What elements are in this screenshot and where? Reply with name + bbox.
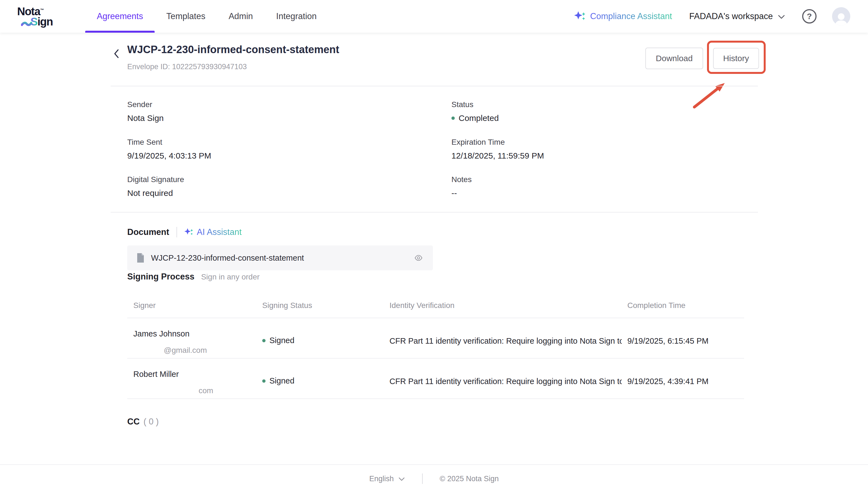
field-label: Sender [127, 100, 432, 109]
signer-email: com [198, 386, 213, 395]
status-text: Completed [459, 114, 499, 123]
sparkle-icon [184, 227, 194, 237]
sparkle-icon [574, 10, 586, 23]
table-row: Robert Miller com Signed CFR Part 11 ide… [127, 359, 744, 399]
field-label: Expiration Time [452, 138, 756, 147]
language-label: English [369, 475, 394, 483]
field-value: 12/18/2025, 11:59:59 PM [452, 151, 756, 160]
signed-dot [262, 379, 266, 383]
header-right-cluster: Compliance Assistant FADADA's workspace … [574, 7, 850, 26]
identity-verification: CFR Part 11 identity verification: Requi… [390, 336, 622, 345]
back-icon[interactable] [114, 49, 120, 59]
nav-tab-admin[interactable]: Admin [217, 0, 265, 33]
field-value: -- [452, 188, 756, 198]
logo-text-sign: Sign [21, 16, 75, 27]
app-header: Nota™ Sign Agreements Templates Admin In… [0, 0, 868, 33]
field-notes: Notes -- [452, 175, 756, 198]
completion-time: 9/19/2025, 4:39:41 PM [627, 377, 708, 386]
cc-section: CC ( 0 ) [127, 417, 159, 427]
field-label: Time Sent [127, 138, 432, 147]
signing-status-text: Signed [270, 376, 294, 386]
language-selector[interactable]: English [369, 475, 405, 483]
page-title: WJCP-12-230-informed-consent-statement [127, 44, 339, 56]
copyright-text: © 2025 Nota Sign [440, 475, 499, 483]
vertical-separator [422, 474, 423, 484]
field-value: 9/19/2025, 4:03:13 PM [127, 151, 432, 160]
preview-eye-icon[interactable] [413, 254, 424, 262]
field-label: Digital Signature [127, 175, 432, 184]
document-file-icon [137, 253, 145, 263]
signing-status: Signed [262, 376, 294, 386]
field-label: Notes [452, 175, 756, 184]
signing-status: Signed [262, 336, 294, 345]
field-value: Nota Sign [127, 114, 432, 123]
nota-sign-logo[interactable]: Nota™ Sign [17, 5, 75, 27]
status-dot [452, 117, 455, 120]
document-file-name: WJCP-12-230-informed-consent-statement [151, 253, 304, 263]
workspace-name: FADADA's workspace [689, 11, 773, 21]
main-navigation: Agreements Templates Admin Integration [85, 0, 328, 33]
field-value: Completed [452, 114, 756, 123]
annotation-highlight-box [707, 41, 766, 74]
signing-process-heading: Signing Process Sign in any order [127, 272, 260, 282]
nav-tab-agreements[interactable]: Agreements [85, 0, 155, 33]
question-mark-icon: ? [807, 11, 812, 21]
footer-divider [0, 464, 868, 465]
envelope-id: Envelope ID: 102225793930947103 [127, 63, 247, 71]
signer-email: @gmail.com [164, 346, 207, 355]
document-section-heading: Document AI Assistant [127, 227, 242, 237]
logo-text-nota: Nota™ [17, 5, 75, 16]
trademark-symbol: ™ [40, 8, 44, 12]
signer-name: Robert Miller [133, 370, 179, 379]
person-icon [834, 12, 848, 26]
workspace-selector[interactable]: FADADA's workspace [689, 11, 785, 21]
signing-process-label: Signing Process [127, 272, 194, 282]
nav-tab-integration[interactable]: Integration [265, 0, 328, 33]
document-row[interactable]: WJCP-12-230-informed-consent-statement [127, 245, 433, 270]
field-digital-signature: Digital Signature Not required [127, 175, 432, 198]
field-time-sent: Time Sent 9/19/2025, 4:03:13 PM [127, 138, 432, 160]
avatar[interactable] [832, 7, 850, 26]
field-status: Status Completed [452, 100, 756, 123]
signed-dot [262, 339, 266, 342]
signing-status-text: Signed [270, 336, 294, 345]
field-value: Not required [127, 188, 432, 198]
completion-time: 9/19/2025, 6:15:45 PM [627, 336, 708, 345]
nav-tab-templates[interactable]: Templates [155, 0, 217, 33]
compliance-assistant-label: Compliance Assistant [590, 11, 672, 21]
download-button[interactable]: Download [645, 48, 703, 69]
chevron-down-icon [778, 15, 785, 19]
ai-assistant-label: AI Assistant [197, 227, 242, 237]
column-header-signing-status: Signing Status [262, 301, 312, 310]
help-button[interactable]: ? [802, 9, 816, 24]
table-row: James Johnson @gmail.com Signed CFR Part… [127, 318, 744, 359]
identity-verification: CFR Part 11 identity verification: Requi… [390, 377, 622, 386]
signers-table: Signer Signing Status Identity Verificat… [127, 293, 744, 399]
column-header-completion-time: Completion Time [627, 301, 685, 310]
section-divider [111, 86, 758, 86]
compliance-assistant-button[interactable]: Compliance Assistant [574, 10, 672, 23]
cc-label: CC [127, 417, 140, 427]
vertical-separator [177, 227, 177, 237]
ai-assistant-button[interactable]: AI Assistant [184, 227, 242, 237]
cc-count: ( 0 ) [144, 417, 159, 427]
app-footer: English © 2025 Nota Sign [0, 470, 868, 487]
table-header-row: Signer Signing Status Identity Verificat… [127, 293, 744, 318]
field-label: Status [452, 100, 756, 109]
signer-name: James Johnson [133, 329, 189, 338]
section-divider [111, 212, 758, 213]
column-header-identity-verification: Identity Verification [390, 301, 455, 310]
chevron-down-icon [398, 477, 405, 481]
document-section-title: Document [127, 227, 169, 237]
column-header-signer: Signer [133, 301, 156, 310]
field-expiration-time: Expiration Time 12/18/2025, 11:59:59 PM [452, 138, 756, 160]
signing-process-hint: Sign in any order [201, 273, 260, 281]
field-sender: Sender Nota Sign [127, 100, 432, 123]
